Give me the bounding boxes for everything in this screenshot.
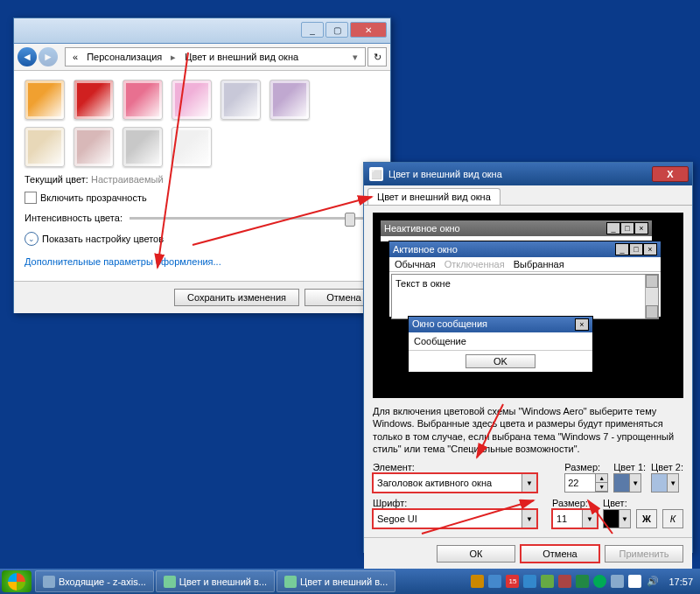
- color-swatch[interactable]: [270, 80, 310, 120]
- appearance-dialog: ⬜ Цвет и внешний вид окна X Цвет и внешн…: [363, 162, 693, 553]
- spin-up-icon[interactable]: ▲: [595, 474, 607, 483]
- window-icon: ⬜: [369, 167, 383, 181]
- titlebar[interactable]: _ ▢ ✕: [14, 18, 390, 44]
- close-icon: ×: [634, 222, 648, 234]
- taskbar-button[interactable]: Цвет и внешний в...: [156, 570, 275, 592]
- color-swatch[interactable]: [122, 127, 163, 167]
- bold-button[interactable]: Ж: [636, 509, 657, 528]
- button-row: Сохранить изменения Отмена: [14, 281, 390, 313]
- preview-inactive-window: Неактивное окно _□×: [380, 220, 653, 242]
- clock[interactable]: 17:57: [668, 577, 693, 587]
- nav-forward-button[interactable]: ►: [38, 47, 58, 66]
- chevron-down-icon: ⌄: [24, 232, 38, 246]
- ok-button[interactable]: ОК: [437, 545, 515, 563]
- app-icon: [164, 576, 176, 588]
- element-dropdown[interactable]: Заголовок активного окна ▼: [373, 473, 537, 493]
- current-color-row: Текущий цвет: Настраиваемый: [24, 174, 380, 185]
- tray-icon[interactable]: [523, 575, 536, 588]
- element-label: Элемент:: [373, 462, 559, 472]
- color-swatch[interactable]: [220, 80, 261, 120]
- minimize-button[interactable]: _: [301, 22, 324, 38]
- color-swatch[interactable]: [24, 80, 65, 120]
- preview-textbox: Текст в окне: [391, 274, 659, 319]
- titlebar[interactable]: ⬜ Цвет и внешний вид окна X: [364, 163, 692, 185]
- slider-thumb[interactable]: [345, 213, 355, 227]
- color1-picker[interactable]: ▼: [613, 473, 641, 493]
- dropdown-icon: ▼: [522, 510, 536, 528]
- cancel-button[interactable]: Отмена: [521, 545, 599, 563]
- font-size-dropdown[interactable]: 11 ▼: [552, 509, 598, 528]
- font-dropdown[interactable]: Segoe UI ▼: [373, 509, 537, 528]
- breadcrumb[interactable]: « Персонализация ▸ Цвет и внешний вид ок…: [65, 47, 366, 66]
- apply-button[interactable]: Применить: [605, 545, 683, 563]
- tray-icon[interactable]: [471, 575, 484, 588]
- font-size-value: 11: [556, 514, 567, 524]
- nav-row: ◄ ► « Персонализация ▸ Цвет и внешний ви…: [14, 44, 390, 71]
- advanced-appearance-link[interactable]: Дополнительные параметры оформления...: [24, 256, 380, 267]
- tabstrip: Цвет и внешний вид окна: [364, 185, 692, 206]
- font-label: Шрифт:: [373, 498, 547, 508]
- tray-icon[interactable]: [576, 575, 589, 588]
- description-text: Для включения цветовой схемы "Windows Ae…: [373, 405, 683, 455]
- taskbar: Входящие - z-axis... Цвет и внешний в...…: [0, 569, 700, 594]
- preview-messagebox: Окно сообщения× Сообщение OK: [408, 316, 593, 373]
- italic-button[interactable]: К: [662, 509, 683, 528]
- taskbar-button[interactable]: Цвет и внешний в...: [276, 570, 396, 592]
- preview-text: Текст в окне: [396, 278, 451, 289]
- tab-color-appearance[interactable]: Цвет и внешний вид окна: [368, 188, 500, 205]
- tray-icon[interactable]: [628, 575, 641, 588]
- color-swatch[interactable]: [74, 127, 114, 167]
- volume-icon[interactable]: 🔊: [646, 575, 659, 588]
- color-swatch[interactable]: [172, 127, 212, 167]
- close-icon: ×: [575, 318, 589, 331]
- element-value: Заголовок активного окна: [377, 478, 492, 488]
- nav-back-button[interactable]: ◄: [18, 47, 37, 66]
- color-swatch-row: [24, 127, 380, 167]
- breadcrumb-chevrons[interactable]: «: [69, 52, 81, 62]
- color-swatch[interactable]: [122, 80, 163, 120]
- tray-badge-icon[interactable]: 15: [506, 575, 519, 588]
- menu-normal: Обычная: [395, 259, 436, 269]
- save-button[interactable]: Сохранить изменения: [174, 289, 299, 306]
- color1-label: Цвет 1:: [613, 462, 646, 472]
- breadcrumb-color-appearance[interactable]: Цвет и внешний вид окна: [181, 52, 302, 62]
- taskbar-button[interactable]: Входящие - z-axis...: [35, 570, 154, 592]
- size-spinner[interactable]: 22 ▲▼: [564, 473, 608, 493]
- tray-icon[interactable]: [488, 575, 501, 588]
- scrollbar: [645, 275, 658, 318]
- menu-disabled: Отключенная: [444, 259, 505, 269]
- color-swatch[interactable]: [24, 127, 65, 167]
- preview-ok-button: OK: [466, 354, 536, 368]
- font-color-picker[interactable]: ▼: [603, 509, 631, 528]
- intensity-slider[interactable]: [130, 217, 380, 220]
- font-size-label: Размер:: [552, 498, 598, 508]
- dropdown-icon: ▼: [629, 474, 640, 492]
- tray-icon[interactable]: [611, 575, 624, 588]
- tray-icon[interactable]: [593, 575, 606, 588]
- font-color-label: Цвет:: [603, 498, 631, 508]
- current-color-value: Настраиваемый: [91, 174, 164, 185]
- color2-picker[interactable]: ▼: [651, 473, 679, 493]
- close-button[interactable]: X: [652, 166, 689, 182]
- color-swatch-row: [24, 80, 380, 120]
- color-swatch[interactable]: [172, 80, 212, 120]
- checkbox-icon[interactable]: [24, 192, 37, 204]
- chevron-right-icon: ▸: [167, 52, 179, 63]
- transparency-label: Включить прозрачность: [40, 192, 147, 203]
- tray-icon[interactable]: [541, 575, 554, 588]
- transparency-checkbox-row[interactable]: Включить прозрачность: [24, 192, 380, 204]
- close-button[interactable]: ✕: [350, 22, 387, 38]
- maximize-button[interactable]: ▢: [326, 22, 348, 38]
- preview-msg-title: Окно сообщения: [412, 318, 487, 331]
- intensity-label: Интенсивность цвета:: [24, 213, 122, 223]
- size-label: Размер:: [564, 462, 608, 472]
- font-value: Segoe UI: [377, 514, 417, 524]
- color-swatch[interactable]: [74, 80, 114, 120]
- breadcrumb-personalization[interactable]: Персонализация: [83, 52, 165, 62]
- show-mixer-toggle[interactable]: ⌄ Показать настройку цветов: [24, 232, 380, 246]
- tray-icon[interactable]: [558, 575, 571, 588]
- refresh-button[interactable]: ↻: [368, 47, 387, 66]
- dropdown-icon[interactable]: ▾: [349, 52, 361, 63]
- spin-down-icon[interactable]: ▼: [595, 483, 607, 492]
- start-button[interactable]: [2, 570, 32, 592]
